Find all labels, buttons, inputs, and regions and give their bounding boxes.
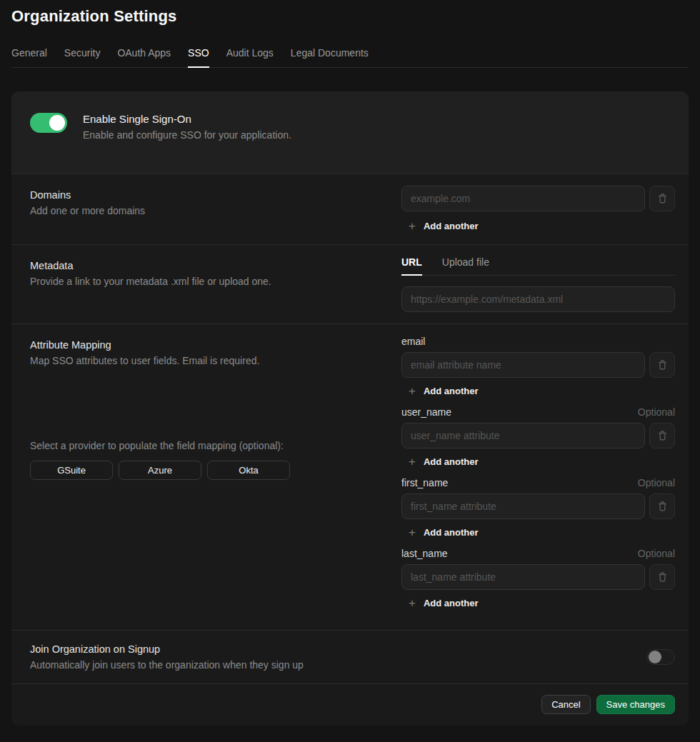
email-delete-button[interactable] xyxy=(649,352,675,378)
field-label-last-name: last_name xyxy=(401,548,448,559)
field-input-line xyxy=(401,493,675,519)
field-group-first-name: first_name Optional + Add another xyxy=(401,477,675,539)
first-name-attribute-input[interactable] xyxy=(401,493,645,519)
field-optional-badge: Optional xyxy=(638,548,675,559)
domains-controls: + Add another xyxy=(401,186,675,233)
plus-icon: + xyxy=(409,385,416,397)
provider-gsuite-button[interactable]: GSuite xyxy=(30,461,113,480)
domain-input[interactable] xyxy=(401,186,645,211)
field-optional-badge: Optional xyxy=(638,477,675,488)
page-header: Organization Settings xyxy=(0,0,700,26)
trash-icon xyxy=(657,501,668,512)
metadata-controls: URL Upload file xyxy=(401,256,675,312)
card-footer: Cancel Save changes xyxy=(11,683,689,726)
enable-sso-text: Enable Single Sign-On Enable and configu… xyxy=(83,113,291,141)
sso-settings-card: Enable Single Sign-On Enable and configu… xyxy=(11,91,689,726)
domains-info: Domains Add one or more domains xyxy=(30,186,401,233)
toggle-knob xyxy=(649,651,661,663)
add-another-label: Add another xyxy=(424,386,479,396)
last-name-add-another-button[interactable]: + Add another xyxy=(409,597,479,609)
metadata-subtabs: URL Upload file xyxy=(401,256,675,276)
provider-azure-button[interactable]: Azure xyxy=(119,461,201,480)
tab-oauth-apps[interactable]: OAuth Apps xyxy=(117,47,171,67)
user-name-add-another-button[interactable]: + Add another xyxy=(409,456,479,468)
join-on-signup-toggle[interactable] xyxy=(646,649,675,665)
email-add-another-button[interactable]: + Add another xyxy=(409,385,479,397)
plus-icon: + xyxy=(409,456,416,468)
plus-icon: + xyxy=(409,220,416,232)
add-another-label: Add another xyxy=(424,598,479,608)
tab-audit-logs[interactable]: Audit Logs xyxy=(226,47,274,67)
domains-add-another-button[interactable]: + Add another xyxy=(409,220,479,232)
field-label-row: last_name Optional xyxy=(401,548,675,559)
user-name-delete-button[interactable] xyxy=(649,423,675,448)
metadata-description: Provide a link to your metadata .xml fil… xyxy=(30,275,384,289)
metadata-input-line xyxy=(401,286,675,312)
attribute-mapping-description: Map SSO attributes to user fields. Email… xyxy=(30,354,384,369)
save-changes-button[interactable]: Save changes xyxy=(596,695,675,714)
add-another-label: Add another xyxy=(424,527,479,538)
attribute-mapping-row: Attribute Mapping Map SSO attributes to … xyxy=(11,324,689,630)
join-on-signup-description: Automatically join users to the organiza… xyxy=(30,659,304,671)
join-on-signup-title: Join Organization on Signup xyxy=(30,643,304,655)
attribute-mapping-title: Attribute Mapping xyxy=(30,339,384,351)
tab-security[interactable]: Security xyxy=(64,47,101,67)
attribute-mapping-info: Attribute Mapping Map SSO attributes to … xyxy=(30,336,401,618)
field-group-user-name: user_name Optional + Add another xyxy=(401,406,675,468)
add-another-label: Add another xyxy=(424,456,479,467)
page-title: Organization Settings xyxy=(11,7,689,26)
attribute-mapping-fields: email + Add another xyxy=(401,336,675,618)
join-on-signup-info: Join Organization on Signup Automaticall… xyxy=(30,643,304,671)
trash-icon xyxy=(657,571,668,583)
enable-sso-label: Enable Single Sign-On xyxy=(83,113,291,125)
metadata-info: Metadata Provide a link to your metadata… xyxy=(30,256,401,312)
tab-sso[interactable]: SSO xyxy=(188,47,209,68)
plus-icon: + xyxy=(409,526,416,538)
domains-row: Domains Add one or more domains + Add an… xyxy=(11,174,689,244)
user-name-attribute-input[interactable] xyxy=(401,423,645,448)
first-name-add-another-button[interactable]: + Add another xyxy=(409,526,479,538)
metadata-title: Metadata xyxy=(30,260,384,271)
cancel-button[interactable]: Cancel xyxy=(541,695,590,714)
field-label-email: email xyxy=(401,336,425,347)
tab-bar: General Security OAuth Apps SSO Audit Lo… xyxy=(11,26,689,68)
field-input-line xyxy=(401,564,675,590)
enable-sso-toggle[interactable] xyxy=(30,113,67,133)
field-label-row: email xyxy=(401,336,675,347)
metadata-row: Metadata Provide a link to your metadata… xyxy=(11,244,689,324)
last-name-attribute-input[interactable] xyxy=(401,564,645,590)
field-label-user-name: user_name xyxy=(401,406,451,418)
provider-hint: Select a provider to populate the field … xyxy=(30,440,384,451)
provider-block: Select a provider to populate the field … xyxy=(30,440,384,480)
field-label-row: first_name Optional xyxy=(401,477,675,488)
add-another-label: Add another xyxy=(424,221,479,231)
tab-general[interactable]: General xyxy=(11,47,47,67)
field-optional-badge: Optional xyxy=(638,406,675,418)
enable-sso-description: Enable and configure SSO for your applic… xyxy=(83,129,291,141)
field-group-email: email + Add another xyxy=(401,336,675,398)
domains-description: Add one or more domains xyxy=(30,204,384,219)
subtab-upload-file[interactable]: Upload file xyxy=(442,256,489,275)
trash-icon xyxy=(657,359,668,371)
provider-okta-button[interactable]: Okta xyxy=(207,461,290,480)
domains-title: Domains xyxy=(30,189,384,201)
provider-buttons: GSuite Azure Okta xyxy=(30,461,384,480)
domain-input-line xyxy=(401,186,675,211)
trash-icon xyxy=(657,430,668,441)
subtab-url[interactable]: URL xyxy=(401,256,422,276)
last-name-delete-button[interactable] xyxy=(649,564,675,590)
trash-icon xyxy=(657,193,668,204)
field-label-first-name: first_name xyxy=(401,477,448,488)
tab-legal-documents[interactable]: Legal Documents xyxy=(291,47,369,67)
field-label-row: user_name Optional xyxy=(401,406,675,418)
metadata-url-input[interactable] xyxy=(401,286,675,312)
field-input-line xyxy=(401,352,675,378)
plus-icon: + xyxy=(409,597,416,609)
enable-sso-section: Enable Single Sign-On Enable and configu… xyxy=(11,91,689,174)
field-input-line xyxy=(401,423,675,448)
first-name-delete-button[interactable] xyxy=(649,493,675,519)
email-attribute-input[interactable] xyxy=(401,352,645,378)
toggle-knob xyxy=(49,115,65,131)
domain-delete-button[interactable] xyxy=(649,186,675,211)
join-on-signup-row: Join Organization on Signup Automaticall… xyxy=(11,630,689,683)
